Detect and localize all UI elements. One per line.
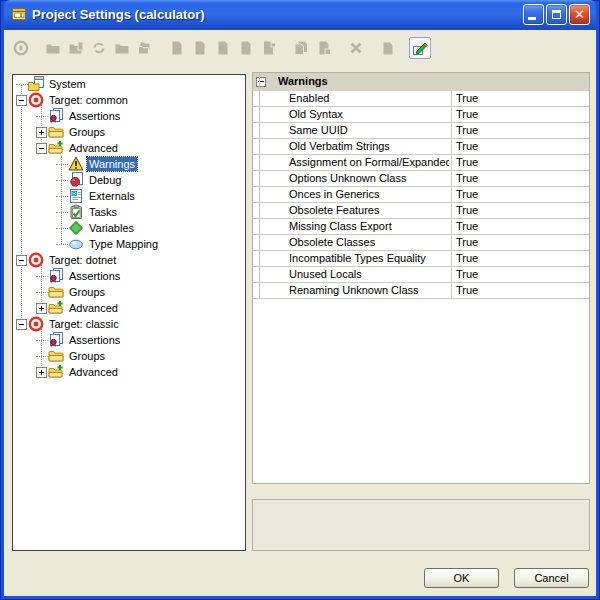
settings-tree-panel[interactable]: SystemTarget: commonAssertionsGroupsAdva…: [12, 74, 246, 551]
property-name: Assignment on Formal/Expanded: [289, 156, 449, 168]
document-copy-gray-icon[interactable]: [313, 37, 335, 59]
tree-item-tasks[interactable]: Tasks: [14, 204, 244, 220]
assertions-icon: [48, 332, 64, 348]
property-row-unused-locals[interactable]: Unused LocalsTrue: [253, 267, 589, 283]
document-check-gray-icon[interactable]: [377, 37, 399, 59]
tree-item-advanced[interactable]: Advanced: [14, 140, 244, 156]
property-value[interactable]: True: [456, 172, 478, 184]
tree-connector-line: [36, 116, 48, 117]
property-name: Renaming Unknown Class: [289, 284, 449, 296]
tree-item-assertions[interactable]: Assertions: [14, 332, 244, 348]
target-icon: [28, 92, 44, 108]
tree-item-target-common[interactable]: Target: common: [14, 92, 244, 108]
property-value[interactable]: True: [456, 268, 478, 280]
folder-gray-icon[interactable]: [111, 37, 133, 59]
tree-item-assertions[interactable]: Assertions: [14, 268, 244, 284]
expand-plus-icon[interactable]: [36, 127, 47, 138]
power-circle-icon[interactable]: [10, 37, 32, 59]
property-row-obsolete-classes[interactable]: Obsolete ClassesTrue: [253, 235, 589, 251]
tree-item-target-dotnet[interactable]: Target: dotnet: [14, 252, 244, 268]
documents-copy-gray-icon[interactable]: [290, 37, 312, 59]
property-value[interactable]: True: [456, 108, 478, 120]
property-row-old-syntax[interactable]: Old SyntaxTrue: [253, 107, 589, 123]
property-value[interactable]: True: [456, 188, 478, 200]
property-value[interactable]: True: [456, 156, 478, 168]
ok-button[interactable]: OK: [424, 568, 499, 588]
cancel-button[interactable]: Cancel: [514, 568, 589, 588]
maximize-button[interactable]: [546, 4, 567, 25]
folder-doc-gray-icon[interactable]: [65, 37, 87, 59]
property-value[interactable]: True: [456, 220, 478, 232]
property-category-header[interactable]: Warnings: [253, 73, 589, 91]
property-value[interactable]: True: [456, 252, 478, 264]
document-gray-icon[interactable]: [166, 37, 188, 59]
property-row-same-uuid[interactable]: Same UUIDTrue: [253, 123, 589, 139]
property-row-old-verbatim-strings[interactable]: Old Verbatim StringsTrue: [253, 139, 589, 155]
delete-x-icon[interactable]: [345, 37, 367, 59]
tree-item-groups[interactable]: Groups: [14, 348, 244, 364]
tree-item-label: System: [47, 77, 88, 91]
document-gray-icon[interactable]: [212, 37, 234, 59]
tree-item-warnings[interactable]: Warnings: [14, 156, 244, 172]
document-gray-icon[interactable]: [189, 37, 211, 59]
document-flag-gray-icon[interactable]: [258, 37, 280, 59]
minimize-button[interactable]: [523, 4, 544, 25]
tree-item-label: Warnings: [87, 157, 137, 171]
sync-arrows-icon[interactable]: [88, 37, 110, 59]
property-row-assignment-on-formal-expanded[interactable]: Assignment on Formal/ExpandedTrue: [253, 155, 589, 171]
folder-plus-icon: [48, 364, 64, 380]
column-divider: [451, 235, 452, 250]
tree-item-system[interactable]: System: [14, 76, 244, 92]
tree-connector-line: [16, 84, 28, 85]
tree-item-assertions[interactable]: Assertions: [14, 108, 244, 124]
tree-item-label: Target: dotnet: [47, 253, 118, 267]
property-value[interactable]: True: [456, 124, 478, 136]
tree-item-groups[interactable]: Groups: [14, 284, 244, 300]
document-gray-icon[interactable]: [235, 37, 257, 59]
property-value[interactable]: True: [456, 140, 478, 152]
collapse-minus-icon[interactable]: [16, 255, 27, 266]
tree-item-type-mapping[interactable]: Type Mapping: [14, 236, 244, 252]
warning-icon: [68, 156, 84, 172]
column-divider: [451, 155, 452, 170]
collapse-minus-icon[interactable]: [36, 143, 47, 154]
title-bar[interactable]: Project Settings (calculator) ✕: [4, 0, 596, 30]
property-name: Old Verbatim Strings: [289, 140, 449, 152]
window-title: Project Settings (calculator): [32, 7, 523, 22]
column-divider: [451, 139, 452, 154]
property-row-missing-class-export[interactable]: Missing Class ExportTrue: [253, 219, 589, 235]
property-value[interactable]: True: [456, 92, 478, 104]
folders-gray-icon[interactable]: [134, 37, 156, 59]
property-value[interactable]: True: [456, 236, 478, 248]
property-row-enabled[interactable]: EnabledTrue: [253, 91, 589, 107]
collapse-minus-icon[interactable]: [16, 95, 27, 106]
property-row-options-unknown-class[interactable]: Options Unknown ClassTrue: [253, 171, 589, 187]
property-value[interactable]: True: [456, 204, 478, 216]
column-divider: [451, 219, 452, 234]
tree-item-label: Advanced: [67, 365, 120, 379]
folder-gray-icon[interactable]: [42, 37, 64, 59]
externals-icon: [68, 188, 84, 204]
edit-pencil-icon[interactable]: [409, 37, 431, 59]
collapse-minus-icon[interactable]: [16, 319, 27, 330]
property-value[interactable]: True: [456, 284, 478, 296]
tree-item-variables[interactable]: Variables: [14, 220, 244, 236]
collapse-minus-icon[interactable]: [256, 77, 266, 87]
property-grid[interactable]: Warnings EnabledTrueOld SyntaxTrueSame U…: [252, 72, 590, 484]
tree-item-advanced[interactable]: Advanced: [14, 300, 244, 316]
expand-plus-icon[interactable]: [36, 303, 47, 314]
tree-connector-line: [56, 212, 68, 213]
tree-item-target-classic[interactable]: Target: classic: [14, 316, 244, 332]
tree-item-label: Assertions: [67, 269, 122, 283]
tree-item-externals[interactable]: Externals: [14, 188, 244, 204]
tree-item-advanced[interactable]: Advanced: [14, 364, 244, 380]
tree-item-label: Target: classic: [47, 317, 121, 331]
tree-item-debug[interactable]: Debug: [14, 172, 244, 188]
property-row-incompatible-types-equality[interactable]: Incompatible Types EqualityTrue: [253, 251, 589, 267]
close-button[interactable]: ✕: [569, 4, 590, 25]
property-row-onces-in-generics[interactable]: Onces in GenericsTrue: [253, 187, 589, 203]
tree-item-groups[interactable]: Groups: [14, 124, 244, 140]
property-row-obsolete-features[interactable]: Obsolete FeaturesTrue: [253, 203, 589, 219]
expand-plus-icon[interactable]: [36, 367, 47, 378]
property-row-renaming-unknown-class[interactable]: Renaming Unknown ClassTrue: [253, 283, 589, 299]
